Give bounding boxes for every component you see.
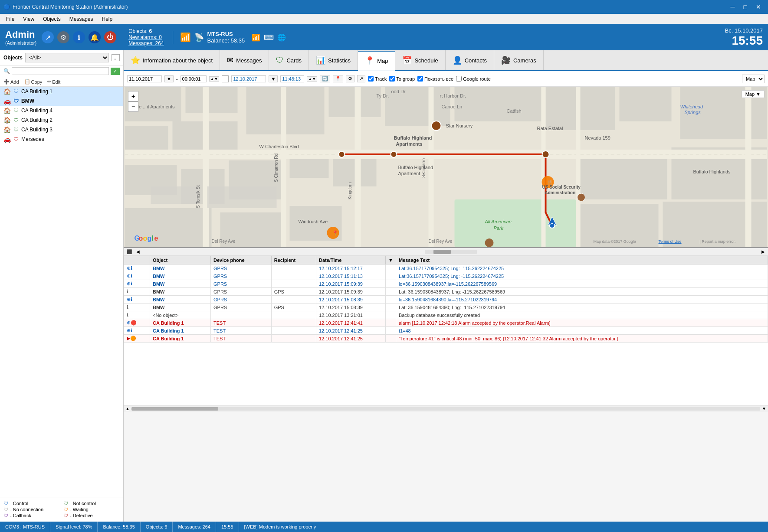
col-message[interactable]: Message Text: [396, 256, 768, 264]
map-type-select[interactable]: Map: [742, 75, 765, 83]
to-group-checkbox[interactable]: [389, 76, 395, 82]
row-datetime: 12.10.2017 15:09:39: [316, 288, 386, 296]
to-group-label: To group: [396, 76, 415, 82]
time-to-input[interactable]: [280, 75, 304, 82]
edit-button[interactable]: ✏ Edit: [47, 79, 60, 85]
track-check[interactable]: Track: [368, 76, 387, 82]
settings-btn2[interactable]: ⚙: [346, 75, 354, 82]
map-area[interactable]: All American Park: [124, 87, 768, 247]
tab-cards[interactable]: 🛡 Cards: [269, 50, 309, 70]
svg-text:Del Rey Ave: Del Rey Ave: [429, 239, 453, 244]
row-object: CA Building 1: [150, 319, 211, 327]
time-from-up[interactable]: ▲▼: [209, 76, 220, 82]
table-filter-btn[interactable]: ⬛: [125, 249, 133, 255]
location-btn[interactable]: 📍: [333, 75, 343, 82]
svg-text:Catfish: Catfish: [507, 108, 522, 114]
close-button[interactable]: ✕: [752, 3, 765, 11]
window-controls: ─ □ ✕: [727, 3, 765, 11]
row-object: BMW: [150, 264, 211, 272]
tab-icon-map: 📍: [365, 56, 374, 65]
date-to-input[interactable]: [231, 75, 266, 82]
add-button[interactable]: ➕ Add: [3, 79, 19, 85]
app-icon: 🔵: [3, 4, 10, 10]
google-route-checkbox[interactable]: [456, 76, 462, 82]
row-phone: GPRS: [210, 280, 271, 288]
svg-text:l: l: [152, 235, 154, 242]
list-item-ca4[interactable]: 🏠 🛡 CA Building 4: [0, 106, 123, 115]
tab-statistics[interactable]: 📊 Statistics: [309, 50, 358, 70]
tab-cameras[interactable]: 🎥 Cameras: [494, 50, 544, 70]
tab-map[interactable]: 📍 Map: [358, 51, 395, 71]
date-to-picker-btn[interactable]: ▼: [269, 75, 278, 82]
item-label-ca3: CA Building 3: [21, 127, 53, 133]
admin-icon-power[interactable]: ⏻: [104, 31, 116, 43]
admin-icon-alert[interactable]: 🔔: [89, 31, 101, 43]
list-item-ca1[interactable]: 🏠 🛡 CA Building 1: [0, 87, 123, 96]
menu-help[interactable]: Help: [98, 15, 117, 23]
table-row: ⊕ℹ CA Building 1 TEST 12.10.2017 12:41:2…: [124, 327, 768, 335]
menu-view[interactable]: View: [19, 15, 39, 23]
scroll-down-btn[interactable]: ▼: [762, 406, 766, 411]
row-text: Lat: 36.1590481684390; Lng: -115.2710223…: [396, 304, 768, 311]
list-item-ca3[interactable]: 🏠 🛡 CA Building 3: [0, 125, 123, 134]
row-datetime: 12.10.2017 13:21:01: [316, 311, 386, 319]
admin-icon-settings[interactable]: ⚙: [57, 31, 69, 43]
search-go-button[interactable]: ✓: [111, 68, 120, 75]
admin-icon-export[interactable]: ↗: [42, 31, 54, 43]
list-item-mersedes[interactable]: 🚗 🛡 Mersedes: [0, 134, 123, 144]
date-from-input[interactable]: [127, 75, 162, 82]
time-from-input[interactable]: [181, 75, 207, 82]
tab-contacts[interactable]: 👤 Contacts: [446, 50, 494, 70]
to-group-check[interactable]: To group: [389, 76, 415, 82]
table-scroll-right[interactable]: ▶: [760, 249, 766, 255]
tab-schedule[interactable]: 📅 Schedule: [395, 50, 445, 70]
scroll-up-btn[interactable]: ▲: [125, 406, 130, 411]
copy-button[interactable]: 📋 Copy: [24, 79, 43, 85]
svg-point-38: [339, 151, 345, 157]
map-type-label[interactable]: Map ▼: [742, 90, 765, 98]
col-phone[interactable]: Device phone: [210, 256, 271, 264]
tab-messages[interactable]: ✉ Messages: [220, 50, 269, 70]
col-recipient[interactable]: Recipient: [271, 256, 316, 264]
messages-link[interactable]: Messages: 264: [128, 40, 164, 46]
tab-label-cards: Cards: [286, 57, 302, 64]
admin-icon-info[interactable]: ℹ: [73, 31, 85, 43]
date-picker-btn[interactable]: ▼: [164, 75, 174, 82]
status-time: 15:55: [216, 522, 239, 532]
show-all-check[interactable]: Показать все: [417, 76, 453, 82]
messages-table[interactable]: Object Device phone Recipient Date/Time …: [124, 256, 768, 405]
list-item-bmw[interactable]: 🚗 🛡 BMW: [0, 96, 123, 106]
tab-icon-schedule: 📅: [402, 55, 412, 65]
svg-point-45: [485, 238, 494, 247]
search-input[interactable]: [12, 67, 109, 75]
show-all-checkbox[interactable]: [417, 76, 423, 82]
col-datetime[interactable]: Date/Time: [316, 256, 386, 264]
table-scroll-left[interactable]: ◀: [135, 249, 141, 255]
menu-messages[interactable]: Messages: [65, 15, 98, 23]
menu-objects[interactable]: Objects: [39, 15, 65, 23]
sidebar-more-button[interactable]: ...: [112, 54, 120, 61]
zoom-in-button[interactable]: +: [128, 91, 138, 101]
new-alarms-link[interactable]: New alarms: 0: [128, 34, 162, 40]
tab-info[interactable]: ⭐ Information about the object: [124, 50, 220, 70]
export-btn[interactable]: ↗: [357, 75, 365, 82]
tab-icon-cameras: 🎥: [501, 55, 511, 65]
refresh-btn[interactable]: 🔄: [320, 75, 330, 82]
google-route-check[interactable]: Google route: [456, 76, 491, 82]
objects-filter[interactable]: <All>: [25, 53, 109, 62]
row-phone: TEST: [210, 319, 271, 327]
col-sort[interactable]: ▼: [386, 256, 396, 264]
col-object[interactable]: Object: [150, 256, 211, 264]
row-phone: GPRS: [210, 288, 271, 296]
svg-text:Apartments: Apartments: [396, 141, 423, 147]
legend-shield-not-control: 🛡: [63, 501, 68, 506]
zoom-out-button[interactable]: −: [128, 101, 138, 112]
menu-file[interactable]: File: [2, 15, 19, 23]
time-to-stepper[interactable]: ▲▼: [307, 76, 317, 82]
track-checkbox[interactable]: [368, 76, 374, 82]
list-item-ca2[interactable]: 🏠 🛡 CA Building 2: [0, 115, 123, 125]
minimize-button[interactable]: ─: [727, 3, 738, 11]
maximize-button[interactable]: □: [740, 3, 751, 11]
tab-label-messages: Messages: [236, 57, 262, 64]
table-scrollbar[interactable]: ▲ ▼: [124, 405, 768, 412]
